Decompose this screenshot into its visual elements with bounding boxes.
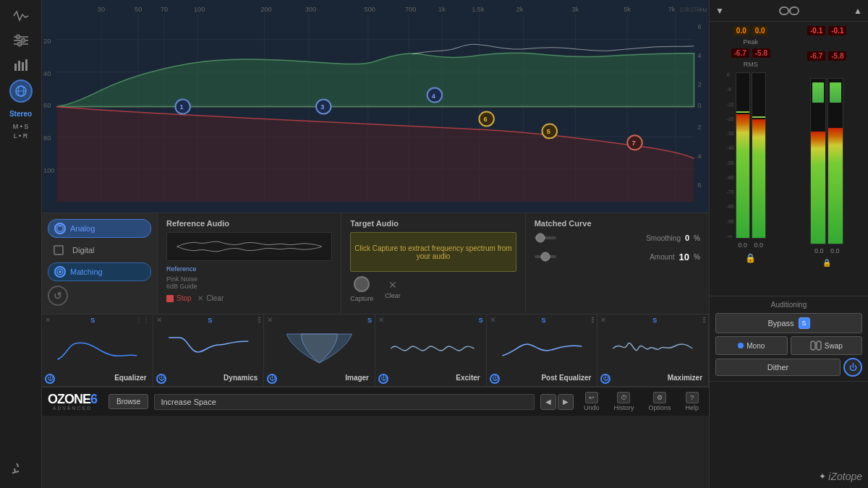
- equalizer-close-button[interactable]: ✕: [45, 316, 51, 324]
- svg-text:1.5k: 1.5k: [472, 6, 485, 13]
- svg-text:6: 6: [698, 23, 702, 30]
- post-eq-close-button[interactable]: ✕: [490, 316, 495, 324]
- imager-power-button[interactable]: ⏻: [267, 374, 277, 384]
- target-audio-title: Target Audio: [350, 219, 516, 228]
- down-arrow-button[interactable]: ▼: [715, 6, 724, 16]
- ozone-number: 6: [90, 392, 97, 406]
- sliders-icon[interactable]: [8, 30, 34, 51]
- options-button[interactable]: ⚙ Options: [644, 390, 675, 413]
- undo-button[interactable]: ↩ Undo: [579, 390, 604, 413]
- svg-rect-87: [817, 341, 821, 350]
- prev-button[interactable]: ◀: [540, 394, 556, 410]
- reference-waveform: [166, 232, 332, 261]
- equalizer-module[interactable]: ✕ S ⋮⋮ ⏻ Equalizer: [42, 314, 153, 386]
- post-eq-power-button[interactable]: ⏻: [490, 374, 500, 384]
- refresh-button[interactable]: ↺: [48, 286, 68, 306]
- svg-text:4: 4: [698, 153, 702, 160]
- right-top-controls: ▼ ▲: [710, 0, 868, 22]
- right-peak-val2: -0.1: [828, 26, 846, 35]
- matched-curve-panel: Matched Curve Smoothing 0 %: [526, 213, 709, 314]
- left-bottom-val1: 0.0: [736, 241, 750, 249]
- dynamics-module[interactable]: ✕ S ⏻ Dynamics: [153, 314, 265, 386]
- maximizer-power-button[interactable]: ⏻: [600, 374, 610, 384]
- target-clear-x-icon[interactable]: ✕: [388, 279, 397, 291]
- stereo-mode-icon[interactable]: [9, 80, 33, 103]
- left-fill-2: [752, 119, 765, 238]
- svg-text:30: 30: [98, 6, 105, 13]
- mode-panel: Analog Digital Matching ↺: [42, 213, 158, 314]
- svg-text:20: 20: [43, 38, 51, 45]
- analog-mode-button[interactable]: Analog: [48, 219, 151, 238]
- dynamics-handle[interactable]: [258, 317, 260, 322]
- smoothing-control: Smoothing 0 %: [535, 232, 700, 244]
- right-peak-indicator-2: [830, 82, 841, 103]
- post-eq-s-label: S: [542, 317, 546, 324]
- help-button[interactable]: ? Help: [681, 390, 703, 413]
- swap-button[interactable]: Swap: [791, 336, 863, 355]
- stop-button[interactable]: Stop: [166, 294, 192, 302]
- spectrum-icon[interactable]: [8, 55, 34, 75]
- izotope-label: iZotope: [828, 471, 862, 482]
- amount-control: Amount 10 %: [535, 251, 700, 262]
- post-equalizer-module[interactable]: ✕ S ⏻ Post Equalizer: [487, 314, 598, 386]
- next-button[interactable]: ▶: [558, 394, 574, 410]
- left-bottom-val2: 0.0: [752, 241, 766, 249]
- capture-button-group: Capture: [350, 276, 373, 302]
- ref-clear-button[interactable]: ✕ Clear: [197, 294, 224, 302]
- auditioning-section: Auditioning Bypass S Mono Swap: [710, 296, 868, 382]
- matching-mode-button[interactable]: Matching: [48, 262, 151, 281]
- history-label: History: [613, 404, 634, 411]
- svg-text:0: 0: [698, 103, 702, 110]
- swap-icon: [810, 341, 822, 351]
- equalizer-power-button[interactable]: ⏻: [45, 374, 55, 384]
- digital-mode-button[interactable]: Digital: [48, 242, 151, 258]
- dynamics-power-button[interactable]: ⏻: [156, 374, 166, 384]
- mono-button[interactable]: Mono: [715, 336, 788, 355]
- imager-close-button[interactable]: ✕: [267, 316, 273, 324]
- dither-button[interactable]: Dither: [715, 359, 841, 376]
- smoothing-label: Smoothing: [646, 234, 681, 242]
- smoothing-slider-icon[interactable]: [535, 232, 556, 244]
- amount-slider-icon[interactable]: [535, 251, 556, 262]
- maximizer-handle[interactable]: [703, 317, 705, 322]
- svg-text:500: 500: [365, 6, 375, 13]
- svg-rect-86: [811, 341, 815, 350]
- undo-icon: ↩: [585, 392, 598, 403]
- exciter-close-button[interactable]: ✕: [378, 316, 384, 324]
- svg-rect-83: [780, 7, 788, 14]
- lock-icon-right[interactable]: 🔒: [822, 259, 831, 267]
- up-arrow-button[interactable]: ▲: [854, 6, 862, 16]
- lock-icon-left[interactable]: 🔒: [745, 253, 756, 263]
- waveform-icon[interactable]: [8, 6, 34, 26]
- history-button[interactable]: ⏱ History: [609, 390, 638, 413]
- dynamics-close-button[interactable]: ✕: [156, 316, 162, 324]
- maximizer-close-button[interactable]: ✕: [600, 316, 606, 324]
- equalizer-label: Equalizer: [111, 372, 149, 385]
- ozone-logo: OZONE6 ADVANCED: [48, 393, 97, 411]
- svg-text:80: 80: [43, 134, 51, 142]
- reference-audio-title: Reference Audio: [166, 219, 332, 228]
- dither-power-button[interactable]: ⏻: [843, 358, 862, 377]
- dynamics-thumbnail: [153, 325, 264, 371]
- preset-input[interactable]: [154, 394, 535, 410]
- bypass-button[interactable]: Bypass S: [715, 313, 862, 333]
- maximizer-module[interactable]: ✕ S ⏻ Maximizer: [597, 314, 709, 386]
- imager-label: Imager: [342, 372, 372, 385]
- imager-footer: ⏻ Imager: [264, 371, 375, 386]
- svg-text:50: 50: [135, 6, 142, 13]
- exciter-module[interactable]: ✕ S ⏻ Exciter: [375, 314, 487, 386]
- right-meter-group: -0.1 -0.1 -6.7 -5.8: [792, 26, 863, 291]
- svg-text:70: 70: [161, 6, 168, 13]
- smoothing-unit: %: [694, 234, 700, 242]
- exciter-power-button[interactable]: ⏻: [378, 374, 388, 384]
- undo-sidebar-icon[interactable]: [8, 462, 34, 482]
- izotope-star-icon: ✦: [819, 471, 826, 481]
- post-eq-handle[interactable]: [592, 317, 594, 322]
- svg-text:7: 7: [631, 140, 635, 147]
- exciter-label: Exciter: [453, 372, 482, 385]
- imager-module[interactable]: ✕ S ⏻ Imager: [264, 314, 375, 386]
- link-icon[interactable]: [779, 4, 799, 17]
- svg-text:7k: 7k: [668, 6, 676, 13]
- browse-button[interactable]: Browse: [109, 394, 148, 409]
- amount-value: 10: [679, 252, 689, 262]
